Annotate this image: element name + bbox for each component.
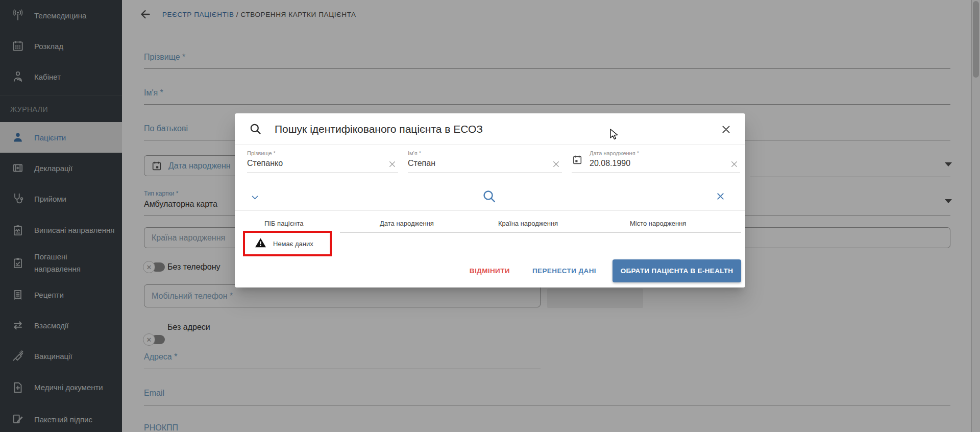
field-label: Прізвище * <box>247 150 398 156</box>
warning-icon <box>255 237 266 251</box>
search-icon[interactable] <box>481 188 497 206</box>
transfer-data-button[interactable]: ПЕРЕНЕСТИ ДАНІ <box>525 262 603 280</box>
select-patient-ehealth-button[interactable]: ОБРАТИ ПАЦІЄНТА В E-HEALTH <box>612 259 741 282</box>
clear-search-icon[interactable] <box>715 191 726 204</box>
modal-title: Пошук ідентифікованого пацієнта в ЕСОЗ <box>275 123 483 135</box>
modal-search-controls <box>235 188 745 209</box>
field-label: Дата народження * <box>590 150 639 156</box>
modal-birth-date-field[interactable]: Дата народження * 20.08.1990 <box>572 150 740 173</box>
calendar-icon <box>572 154 583 168</box>
field-value: Степан <box>408 159 562 168</box>
modal-actions: ВІДМІНИТИ ПЕРЕНЕСТИ ДАНІ ОБРАТИ ПАЦІЄНТА… <box>462 259 741 282</box>
field-label: Ім'я * <box>408 150 562 156</box>
table-header-birth-country: Країна народження <box>498 220 558 227</box>
clear-icon[interactable] <box>551 159 561 171</box>
no-data-text: Немає даних <box>273 240 313 248</box>
table-header-underline <box>340 232 741 233</box>
modal-search-fields: Прізвище * Степанко Ім'я * Степан Дата н… <box>247 150 740 173</box>
search-icon <box>249 122 262 136</box>
cancel-button[interactable]: ВІДМІНИТИ <box>462 262 517 280</box>
clear-icon[interactable] <box>729 159 739 171</box>
ecoz-patient-search-modal: Пошук ідентифікованого пацієнта в ЕСОЗ П… <box>235 113 745 287</box>
field-value: Степанко <box>247 159 398 168</box>
modal-first-name-field[interactable]: Ім'я * Степан <box>408 150 562 173</box>
close-icon[interactable] <box>720 123 732 135</box>
chevron-down-icon[interactable] <box>251 193 259 204</box>
app-root: Телемедицина Розклад Кабінет ЖУРНАЛИ Пац… <box>0 0 980 432</box>
table-header-birth-date: Дата народження <box>380 220 434 227</box>
modal-header: Пошук ідентифікованого пацієнта в ЕСОЗ <box>235 113 745 145</box>
clear-icon[interactable] <box>387 159 397 171</box>
table-header-birth-city: Місто народження <box>630 220 686 227</box>
modal-last-name-field[interactable]: Прізвище * Степанко <box>247 150 398 173</box>
field-value: 20.08.1990 <box>590 159 639 168</box>
table-header-patient-name: ПІБ пацієнта <box>264 220 304 227</box>
no-data-highlight-box: Немає даних <box>243 231 332 256</box>
modal-divider <box>235 210 745 211</box>
